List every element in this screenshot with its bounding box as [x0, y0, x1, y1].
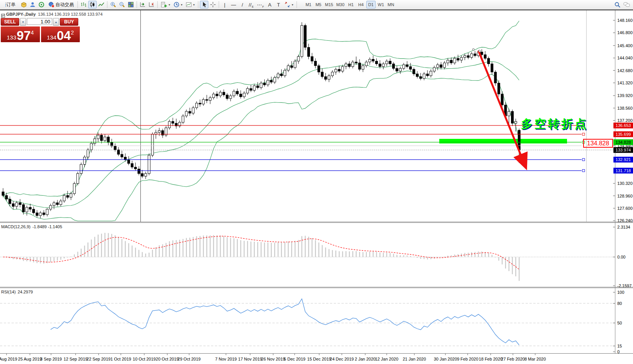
chevron-down-icon: ▼: [180, 3, 183, 6]
symbol-period-label: GBPJPY-,Daily: [6, 12, 36, 16]
window-border: [0, 10, 633, 10]
rsi-axis-label: 100: [617, 290, 624, 295]
sell-price-main: 97: [17, 30, 31, 41]
bar-chart-icon[interactable]: [79, 1, 88, 8]
chevron-down-icon: ▼: [168, 3, 171, 6]
price-tick-label: 138.560: [617, 106, 633, 110]
timeframe-w1-button[interactable]: W1: [376, 1, 386, 8]
timeframe-m5-button[interactable]: M5: [314, 1, 323, 8]
equidistant-channel-tool[interactable]: //E: [247, 1, 256, 8]
auto-scroll-icon[interactable]: [138, 1, 147, 8]
timeframe-group: M1M5M15M30H1H4D1W1MN: [304, 1, 396, 8]
timeframe-d1-button[interactable]: D1: [366, 1, 376, 8]
chart-title: GBPJPY-,Daily136.134 136.319 132.558 133…: [6, 12, 102, 16]
volume-input[interactable]: [27, 18, 52, 25]
sell-price-pip: 4: [31, 30, 34, 35]
drawing-tools-group: |—///E⋯FAT: [221, 1, 283, 8]
candlestick-chart-icon[interactable]: [88, 1, 97, 8]
toolbar-separator: [137, 1, 137, 8]
one-click-trading-panel: SELL ▼ ▲ BUY 133 97 4 134 04 2: [1, 18, 80, 42]
timeframe-m30-button[interactable]: M30: [335, 1, 345, 8]
price-badge-label: 132.921: [616, 157, 631, 162]
date-label: 26 Nov 2019: [261, 357, 285, 361]
price-chart-canvas[interactable]: 148.160146.800145.400144.040142.680141.3…: [0, 0, 633, 364]
date-label: 27 Feb 2020: [501, 357, 525, 361]
timeframe-mn-button[interactable]: MN: [386, 1, 396, 8]
toolbar: 新订单 自动交易 ▼ ▼: [0, 0, 633, 10]
trend-arrow[interactable]: [478, 51, 525, 165]
timeframe-m1-button[interactable]: M1: [304, 1, 313, 8]
timeframe-m15-button[interactable]: M15: [324, 1, 334, 8]
volume-increase-button[interactable]: ▲: [53, 18, 59, 26]
vertical-line-tool[interactable]: |: [221, 1, 229, 8]
macd-axis-label: -2.1597: [617, 283, 631, 288]
trendline-tool[interactable]: /: [238, 1, 247, 8]
date-label: 30 Jan 2020: [434, 357, 457, 361]
chart-shift-icon[interactable]: [147, 1, 156, 8]
timeframe-h1-button[interactable]: H1: [346, 1, 356, 8]
toolbar-separator: [77, 1, 78, 8]
search-icon[interactable]: [613, 1, 622, 8]
sell-button[interactable]: SELL: [1, 18, 19, 26]
ohlc-values: 136.134 136.319 132.558 133.974: [38, 12, 102, 16]
zoom-out-icon[interactable]: [118, 1, 126, 8]
toolbar-separator: [219, 1, 219, 8]
price-badge-label: 131.718: [616, 168, 631, 173]
object-anchor[interactable]: [479, 50, 481, 52]
toolbar-separator: [157, 1, 158, 8]
price-tick-label: 142.680: [617, 68, 633, 73]
broadcast-icon[interactable]: [37, 1, 46, 8]
buy-button[interactable]: BUY: [60, 18, 78, 26]
horizontal-line-tool[interactable]: —: [229, 1, 238, 8]
price-tick-label: 126.240: [617, 218, 633, 223]
crosshair-tool[interactable]: [209, 1, 217, 8]
fibonacci-retracement-tool[interactable]: ⋯F: [256, 1, 265, 8]
price-tick-label: 128.960: [617, 194, 633, 198]
price-badge-label: 134.828: [616, 140, 631, 145]
macd-values: -1.8489 -1.1405: [32, 224, 62, 229]
highlight-bar[interactable]: [439, 139, 567, 143]
object-anchor[interactable]: [473, 49, 475, 51]
volume-decrease-button[interactable]: ▼: [20, 18, 26, 26]
price-tick-label: 146.800: [617, 30, 633, 35]
price-tick-label: 130.320: [617, 181, 633, 186]
macd-label: MACD(12,26,9)-1.8489 -1.1405: [1, 224, 62, 229]
periods-clock-icon[interactable]: ▼: [172, 1, 184, 8]
new-order-button[interactable]: 新订单: [2, 1, 19, 8]
sell-price-prefix: 133: [7, 35, 16, 41]
price-tick-label: 148.160: [617, 18, 633, 23]
date-label: 9 Feb 2020: [457, 357, 478, 361]
autotrading-button[interactable]: 自动交易: [46, 1, 76, 8]
templates-icon[interactable]: ▼: [185, 1, 196, 8]
date-label: 12 Sep 2019: [64, 357, 87, 361]
date-label: 21 Jan 2020: [403, 357, 426, 361]
indicators-icon[interactable]: ▼: [159, 1, 172, 8]
chevron-down-icon: ▼: [291, 3, 294, 6]
timeframe-h4-button[interactable]: H4: [356, 1, 366, 8]
text-label-tool[interactable]: T: [274, 1, 283, 8]
chat-icon[interactable]: [622, 1, 631, 8]
zoom-in-icon[interactable]: [109, 1, 117, 8]
price-badge-label: 136.653: [616, 123, 631, 128]
text-tool[interactable]: A: [265, 1, 274, 8]
buy-price-box[interactable]: 134 04 2: [41, 26, 80, 42]
date-label: 22 Sep 2019: [87, 357, 110, 361]
price-badge-label: 133.974: [616, 148, 631, 152]
rsi-axis-label: 15: [617, 344, 622, 348]
cursor-tool[interactable]: [200, 1, 208, 8]
inbox-icon[interactable]: [20, 1, 28, 8]
date-label: 1 Oct 2019: [110, 357, 131, 361]
market-watch-icon[interactable]: [28, 1, 37, 8]
line-chart-icon[interactable]: [97, 1, 105, 8]
toolbar-separator: [198, 1, 198, 8]
date-label: 18 Feb 2020: [479, 357, 503, 361]
buy-price-main: 04: [57, 30, 71, 41]
rsi-line: [51, 299, 519, 345]
price-flag-label[interactable]: 134.828: [583, 139, 613, 148]
arrows-tool[interactable]: ▼: [283, 1, 295, 8]
rsi-axis-label: 0: [617, 349, 620, 354]
turning-point-annotation[interactable]: 多空转折点: [521, 116, 588, 132]
date-label: 24 Dec 2019: [330, 357, 354, 361]
tile-windows-icon[interactable]: [127, 1, 135, 8]
sell-price-box[interactable]: 133 97 4: [1, 26, 40, 42]
